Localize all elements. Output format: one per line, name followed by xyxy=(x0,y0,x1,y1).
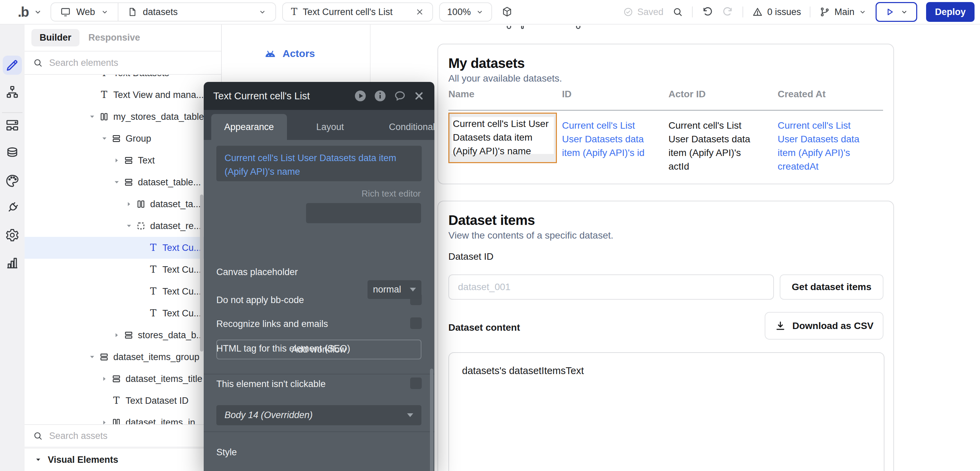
chevron-right-icon[interactable] xyxy=(98,419,111,424)
run-play-icon[interactable] xyxy=(354,89,367,102)
canvas-placeholder-label: Canvas placeholder xyxy=(216,267,298,277)
chevron-right-icon[interactable] xyxy=(111,332,123,339)
redo-icon[interactable] xyxy=(722,6,733,18)
table-cell[interactable]: Current cell's List User Datasets data i… xyxy=(562,113,668,173)
html-tag-select[interactable]: normal xyxy=(368,280,422,299)
tree-item[interactable]: Text xyxy=(25,150,221,171)
visual-elements-section[interactable]: Visual Elements xyxy=(25,448,221,471)
property-editor: Text Current cell's List Appearance Layo… xyxy=(204,82,434,471)
get-dataset-items-button[interactable]: Get dataset items xyxy=(780,274,883,300)
style-value: Body 14 (Overridden) xyxy=(224,410,313,420)
bubble-logo: .b xyxy=(18,5,29,20)
platform-dropdown[interactable]: Web xyxy=(51,3,118,21)
database-icon[interactable] xyxy=(0,146,25,161)
canvas-placeholder-input[interactable] xyxy=(306,203,421,223)
text-content-expression[interactable]: Current cell's List User Datasets data i… xyxy=(216,146,422,181)
logs-chart-icon[interactable] xyxy=(0,255,25,271)
close-icon[interactable] xyxy=(413,90,425,102)
tree-item[interactable]: TText Cu... xyxy=(25,280,221,302)
tree-item[interactable]: TText Cu... xyxy=(25,259,221,280)
chevron-down-icon[interactable] xyxy=(123,223,135,229)
table-cell[interactable]: Current cell's List User Datasets data i… xyxy=(778,113,883,173)
app-logo-menu[interactable]: .b xyxy=(18,5,42,20)
bbcode-label: Do not apply bb-code xyxy=(216,295,304,306)
not-clickable-checkbox[interactable] xyxy=(410,377,422,389)
search-assets-bar xyxy=(25,424,221,447)
tab-appearance[interactable]: Appearance xyxy=(211,114,287,140)
divider xyxy=(692,6,693,18)
chevron-right-icon[interactable] xyxy=(111,157,123,164)
toolbar-right: Saved 0 issues xyxy=(623,2,975,22)
add-workflow-button[interactable]: Add workflow xyxy=(216,340,422,360)
tree-item[interactable]: dataset_table... xyxy=(25,171,221,193)
deploy-button[interactable]: Deploy xyxy=(926,2,975,22)
text-element-icon: T xyxy=(98,75,110,78)
search-elements-input[interactable] xyxy=(49,58,179,68)
issues-indicator[interactable]: 0 issues xyxy=(752,6,801,18)
rows-element-icon xyxy=(111,134,122,143)
style-select[interactable]: Body 14 (Overridden) xyxy=(216,405,422,425)
tree-scrollbar[interactable] xyxy=(200,194,204,352)
chevron-down-icon[interactable] xyxy=(86,113,98,120)
tree-item[interactable]: my_stores_data_table xyxy=(25,106,221,128)
nav-item-actors[interactable]: Actors xyxy=(263,48,315,59)
tree-item[interactable]: dataset_items_in... xyxy=(25,412,221,424)
property-editor-header[interactable]: Text Current cell's List xyxy=(204,82,434,110)
info-icon[interactable] xyxy=(374,89,387,102)
tree-item[interactable]: stores_data_b... xyxy=(25,324,221,346)
tab-builder[interactable]: Builder xyxy=(32,29,80,46)
chevron-right-icon[interactable] xyxy=(123,200,135,207)
tree-item[interactable]: TText Cu... xyxy=(25,237,221,259)
download-csv-button[interactable]: Download as CSV xyxy=(765,312,883,340)
sitemap-icon[interactable] xyxy=(0,84,25,100)
3d-box-icon[interactable] xyxy=(501,6,513,18)
tree-item[interactable]: TText View and mana... xyxy=(25,84,221,106)
undo-icon[interactable] xyxy=(702,6,713,18)
tree-item[interactable]: TText Dataset ID xyxy=(25,390,221,412)
dataset-id-label: Dataset ID xyxy=(449,251,493,262)
tree-item[interactable]: TText Cu... xyxy=(25,302,221,324)
tab-responsive[interactable]: Responsive xyxy=(88,32,140,43)
tree-item[interactable]: dataset_items_title xyxy=(25,368,221,390)
preview-button[interactable] xyxy=(876,2,917,22)
datasets-table-row[interactable]: Current cell's List User Datasets data i… xyxy=(449,113,883,173)
rows-element-icon xyxy=(123,156,134,165)
close-icon[interactable] xyxy=(415,8,424,16)
recognize-links-checkbox[interactable] xyxy=(410,317,422,329)
chevron-down-icon xyxy=(33,8,42,16)
tree-item[interactable]: dataset_re... xyxy=(25,215,221,237)
search-icon[interactable] xyxy=(672,6,683,18)
styles-palette-icon[interactable] xyxy=(0,173,25,188)
design-pencil-icon[interactable] xyxy=(0,58,25,73)
selected-canvas-text-element[interactable]: Current cell's List User Datasets data i… xyxy=(449,113,557,163)
tree-item[interactable]: TText Datasets xyxy=(25,75,221,84)
column-header: Created At xyxy=(778,89,883,100)
chevron-down-icon[interactable] xyxy=(86,353,98,360)
chevron-down-icon xyxy=(476,8,484,16)
dataset-id-input[interactable] xyxy=(449,274,774,300)
rich-text-editor-link[interactable]: Rich text editor xyxy=(362,188,421,199)
tree-item-label: Text Datasets xyxy=(113,75,169,78)
settings-gear-icon[interactable] xyxy=(0,228,25,243)
plugins-plug-icon[interactable] xyxy=(0,200,25,215)
chevron-down-icon[interactable] xyxy=(111,179,123,186)
text-element-icon: T xyxy=(111,396,122,406)
chevron-down-icon[interactable] xyxy=(98,135,111,142)
tree-item[interactable]: Group xyxy=(25,128,221,150)
tree-item-label: stores_data_b... xyxy=(138,330,204,341)
page-dropdown[interactable]: datasets xyxy=(118,3,275,21)
panel-scrollbar[interactable] xyxy=(430,369,433,471)
tab-layout[interactable]: Layout xyxy=(303,114,357,140)
tab-conditional[interactable]: Conditional xyxy=(376,114,448,140)
chevron-right-icon[interactable] xyxy=(98,376,111,382)
search-assets-input[interactable] xyxy=(49,431,179,441)
tree-item[interactable]: dataset_ta... xyxy=(25,193,221,215)
table-cell[interactable]: Current cell's List User Datasets data i… xyxy=(668,113,778,173)
open-element-tab[interactable]: T Text Current cell's List xyxy=(282,2,433,22)
tree-item[interactable]: dataset_items_group xyxy=(25,346,221,368)
zoom-control[interactable]: 100% xyxy=(439,2,492,22)
components-icon[interactable] xyxy=(0,118,25,133)
comment-bubble-icon[interactable] xyxy=(393,89,406,102)
chevron-down-icon xyxy=(859,8,867,16)
branch-selector[interactable]: Main xyxy=(819,6,867,18)
